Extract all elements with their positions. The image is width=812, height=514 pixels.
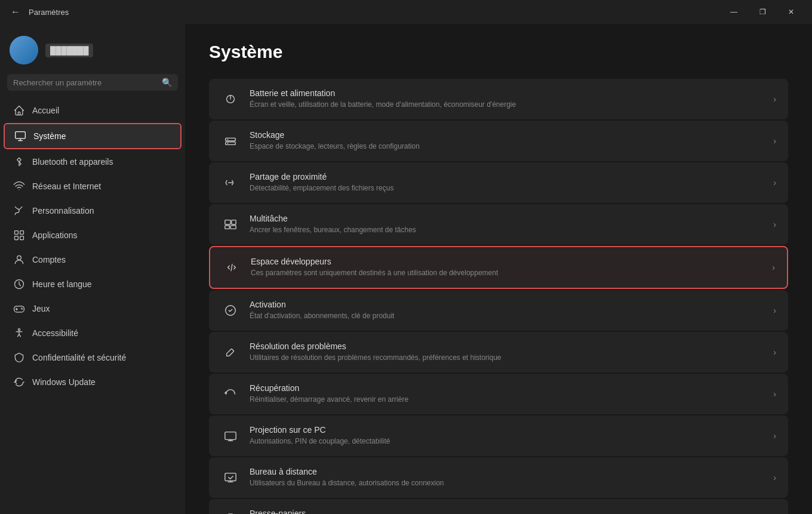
- settings-item-recuperation[interactable]: Récupération Réinitialiser, démarrage av…: [209, 374, 788, 414]
- home-icon: [13, 104, 25, 116]
- svg-point-13: [227, 143, 229, 144]
- chevron-right-icon: ›: [773, 178, 776, 187]
- settings-item-stockage[interactable]: Stockage Espace de stockage, lecteurs, r…: [209, 121, 788, 161]
- svg-point-5: [17, 256, 21, 260]
- content-area: Système Batterie et alimentation Écran e…: [185, 24, 812, 514]
- item-text-projection: Projection sur ce PC Autorisations, PIN …: [250, 425, 764, 447]
- settings-item-partage[interactable]: Partage de proximité Détectabilité, empl…: [209, 162, 788, 203]
- item-text-batterie: Batterie et alimentation Écran et veille…: [250, 88, 764, 110]
- item-title: Bureau à distance: [250, 467, 764, 476]
- sidebar-item-comptes[interactable]: Comptes: [4, 248, 182, 272]
- item-subtitle: Détectabilité, emplacement des fichiers …: [250, 183, 764, 193]
- activation-icon: [221, 301, 240, 320]
- avatar: [10, 36, 38, 64]
- svg-rect-19: [225, 432, 236, 439]
- power-icon: [221, 90, 240, 109]
- settings-item-dev-space[interactable]: Espace développeurs Ces paramètres sont …: [209, 246, 788, 289]
- sidebar-item-applications[interactable]: Applications: [4, 223, 182, 247]
- svg-rect-4: [20, 236, 24, 240]
- main-layout: ███████ 🔍 Accueil Système Bluetooth et a…: [0, 24, 812, 514]
- item-text-bureau-distance: Bureau à distance Utilisateurs du Bureau…: [250, 467, 764, 488]
- item-subtitle: Écran et veille, utilisation de la batte…: [250, 100, 764, 110]
- item-text-activation: Activation État d'activation, abonnement…: [250, 300, 764, 321]
- storage-icon: [221, 131, 240, 150]
- item-subtitle: Autorisations, PIN de couplage, détectab…: [250, 436, 764, 447]
- svg-rect-14: [225, 220, 230, 224]
- network-icon: [13, 180, 25, 192]
- item-title: Partage de proximité: [250, 172, 764, 181]
- item-text-stockage: Stockage Espace de stockage, lecteurs, r…: [250, 130, 764, 152]
- sidebar-item-bluetooth[interactable]: Bluetooth et appareils: [4, 150, 182, 174]
- user-section: ███████: [0, 24, 185, 74]
- search-icon: 🔍: [162, 78, 172, 87]
- sidebar-item-accessibilite[interactable]: Accessibilité: [4, 321, 182, 345]
- settings-item-activation[interactable]: Activation État d'activation, abonnement…: [209, 290, 788, 331]
- svg-point-8: [18, 329, 20, 331]
- brush-icon: [13, 205, 25, 217]
- item-title: Batterie et alimentation: [250, 88, 764, 98]
- avatar-image: [10, 36, 38, 64]
- projection-icon: [221, 426, 240, 445]
- chevron-right-icon: ›: [773, 347, 776, 357]
- clock-icon: [13, 278, 25, 290]
- svg-rect-17: [230, 226, 236, 229]
- nav-label: Windows Update: [32, 377, 96, 387]
- item-text-resolution: Résolution des problèmes Utilitaires de …: [250, 341, 764, 363]
- remote-icon: [221, 468, 240, 487]
- settings-item-resolution[interactable]: Résolution des problèmes Utilitaires de …: [209, 332, 788, 373]
- settings-item-presse-papiers[interactable]: Presse-papiers Historique de Couper et C…: [209, 499, 788, 514]
- nav-label: Comptes: [32, 255, 66, 264]
- chevron-right-icon: ›: [773, 431, 776, 441]
- nav-label: Personnalisation: [32, 206, 94, 216]
- titlebar: ← Paramètres — ❐ ✕: [0, 0, 812, 24]
- settings-item-batterie[interactable]: Batterie et alimentation Écran et veille…: [209, 79, 788, 119]
- settings-item-projection[interactable]: Projection sur ce PC Autorisations, PIN …: [209, 415, 788, 456]
- monitor-icon: [14, 130, 26, 142]
- gamepad-icon: [13, 303, 25, 315]
- sidebar-item-accueil[interactable]: Accueil: [4, 99, 182, 122]
- window-title: Paramètres: [29, 8, 69, 17]
- svg-rect-11: [226, 142, 236, 145]
- svg-rect-10: [226, 138, 236, 141]
- page-title: Système: [209, 42, 788, 62]
- back-button[interactable]: ←: [7, 4, 24, 20]
- sidebar-item-systeme[interactable]: Système: [4, 123, 182, 149]
- chevron-right-icon: ›: [773, 306, 776, 315]
- svg-rect-3: [15, 236, 19, 240]
- multitask-icon: [221, 215, 240, 234]
- window-controls: — ❐ ✕: [720, 2, 805, 21]
- accessibility-icon: [13, 327, 25, 339]
- item-subtitle: Utilisateurs du Bureau à distance, autor…: [250, 478, 764, 488]
- item-title: Activation: [250, 300, 764, 309]
- sidebar: ███████ 🔍 Accueil Système Bluetooth et a…: [0, 24, 185, 514]
- nav-list: Accueil Système Bluetooth et appareils R…: [0, 98, 185, 395]
- item-title: Multitâche: [250, 214, 764, 223]
- item-text-multitache: Multitâche Ancrer les fenêtres, bureaux,…: [250, 214, 764, 235]
- item-text-presse-papiers: Presse-papiers Historique de Couper et C…: [250, 509, 764, 514]
- sidebar-item-reseau[interactable]: Réseau et Internet: [4, 174, 182, 198]
- search-input[interactable]: [13, 78, 157, 87]
- update-icon: [13, 376, 25, 388]
- chevron-right-icon: ›: [773, 389, 776, 399]
- item-subtitle: État d'activation, abonnements, clé de p…: [250, 311, 764, 321]
- svg-point-12: [227, 139, 229, 140]
- close-button[interactable]: ✕: [777, 2, 805, 21]
- settings-list: Batterie et alimentation Écran et veille…: [209, 79, 788, 514]
- svg-rect-20: [225, 473, 236, 481]
- item-title: Presse-papiers: [250, 509, 764, 514]
- minimize-button[interactable]: —: [720, 2, 748, 21]
- chevron-right-icon: ›: [773, 473, 776, 482]
- sidebar-item-personnalisation[interactable]: Personnalisation: [4, 199, 182, 223]
- sidebar-item-heure[interactable]: Heure et langue: [4, 272, 182, 296]
- item-text-recuperation: Récupération Réinitialiser, démarrage av…: [250, 383, 764, 405]
- settings-item-bureau-distance[interactable]: Bureau à distance Utilisateurs du Bureau…: [209, 457, 788, 498]
- sidebar-item-jeux[interactable]: Jeux: [4, 297, 182, 321]
- item-subtitle: Espace de stockage, lecteurs, règles de …: [250, 141, 764, 152]
- settings-item-multitache[interactable]: Multitâche Ancrer les fenêtres, bureaux,…: [209, 204, 788, 245]
- sidebar-item-windows-update[interactable]: Windows Update: [4, 370, 182, 394]
- clipboard-icon: [221, 510, 240, 514]
- item-subtitle: Ces paramètres sont uniquement destinés …: [251, 268, 762, 278]
- sidebar-item-confidentialite[interactable]: Confidentialité et sécurité: [4, 346, 182, 370]
- maximize-button[interactable]: ❐: [749, 2, 776, 21]
- item-title: Stockage: [250, 130, 764, 140]
